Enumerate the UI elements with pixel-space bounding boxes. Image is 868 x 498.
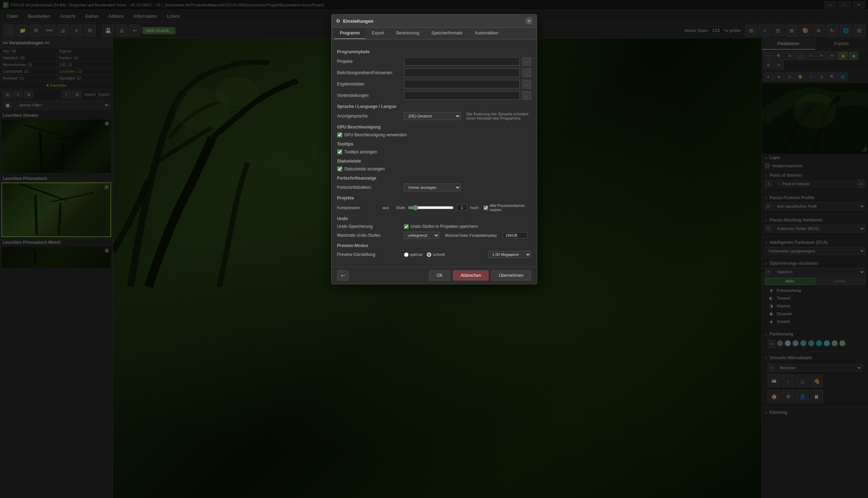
tooltips-label: Tooltips anzeigen bbox=[344, 149, 377, 154]
programmpfade-title: Programmpfade bbox=[337, 49, 531, 54]
undo-row: Undo-Speicherung Undo-Stufen in Projekte… bbox=[337, 224, 531, 229]
modal-dialog: ⚙ Einstellungen ✕ Programm Export Berech… bbox=[331, 14, 537, 284]
form-row-sprache: Anzeigesprache (DE) Deutsch Die Änderung… bbox=[337, 112, 531, 120]
undo-max-label: Maximale Undo-Stufen bbox=[337, 233, 401, 238]
belichtung-dots-btn[interactable]: ... bbox=[523, 69, 531, 77]
preview-section-title: Preview-Modus bbox=[337, 243, 531, 248]
comp-aus-label: aus bbox=[383, 206, 393, 210]
statusleiste-checkbox[interactable] bbox=[337, 166, 342, 171]
modal-titlebar: ⚙ Einstellungen ✕ bbox=[332, 15, 537, 28]
comp-stufe-label: Stufe bbox=[396, 206, 405, 210]
comp-cores: Alle Prozessorkerne nutzen bbox=[484, 203, 531, 212]
undo-checkbox[interactable] bbox=[404, 224, 409, 229]
kompression-label: Kompression bbox=[337, 206, 380, 210]
preview-optimal-radio[interactable] bbox=[404, 252, 409, 257]
form-row-ergebnis: Ergebnisbilder ... bbox=[337, 80, 531, 88]
apply-button[interactable]: Übernehmen bbox=[491, 270, 531, 280]
statusleiste-title: Statusleiste bbox=[337, 159, 531, 164]
form-row-projekte: Projekte ... bbox=[337, 57, 531, 66]
compression-row: Kompression aus Stufe hoch Alle Prozesso… bbox=[337, 203, 531, 212]
preview-schnell-label[interactable]: schnell bbox=[427, 252, 445, 257]
form-row-tooltips: Tooltips anzeigen bbox=[337, 149, 531, 154]
sprache-label: Anzeigesprache bbox=[337, 114, 401, 119]
modal-tab-automatiken[interactable]: Automatiken bbox=[469, 28, 504, 39]
belichtung-input[interactable] bbox=[404, 69, 520, 77]
form-row-belichtung: Belichtungsreihen/Fotoserien ... bbox=[337, 69, 531, 77]
modal-title: Einstellungen bbox=[343, 18, 523, 24]
sprache-select[interactable]: (DE) Deutsch bbox=[404, 112, 461, 120]
modal-tab-programm[interactable]: Programm bbox=[334, 28, 366, 39]
comp-hoch-label: hoch bbox=[470, 206, 481, 210]
preview-darstellung-label: Preview-Darstellung bbox=[337, 252, 401, 257]
projekte-title: Projekte bbox=[337, 196, 531, 201]
modal-close-button[interactable]: ✕ bbox=[525, 17, 533, 24]
form-row-voreinstellungen: Voreinstellungen ... bbox=[337, 91, 531, 100]
modal-tab-export[interactable]: Export bbox=[366, 28, 390, 39]
sprache-note: Die Änderung der Sprache erfordert einen… bbox=[464, 112, 531, 120]
voreinstellungen-label: Voreinstellungen bbox=[337, 93, 401, 98]
projekte-label: Projekte bbox=[337, 59, 401, 64]
undo-check-label[interactable]: Undo-Stufen in Projekten speichern bbox=[404, 224, 478, 229]
preview-mp-select[interactable]: 1,00 Megapixel bbox=[488, 251, 531, 258]
ergebnis-label: Ergebnisbilder bbox=[337, 82, 401, 87]
undo-max-row: Maximale Undo-Stufen unbegrenzt Minimal … bbox=[337, 232, 531, 239]
ergebnis-dots-btn[interactable]: ... bbox=[523, 80, 531, 88]
cancel-button[interactable]: Abbrechen bbox=[453, 270, 488, 280]
undo-check-span: Undo-Stufen in Projekten speichern bbox=[411, 224, 478, 229]
projekte-dots-btn[interactable]: ... bbox=[523, 57, 531, 66]
modal-overlay: ⚙ Einstellungen ✕ Programm Export Berech… bbox=[0, 0, 868, 498]
statusleiste-check-label[interactable]: Statusleiste anzeigen bbox=[337, 166, 385, 171]
sprache-title: Sprache / Language / Langue bbox=[337, 104, 531, 109]
fortschritt-balken-label: Fortschrittsbalken: bbox=[337, 185, 401, 190]
modal-body: Programmpfade Projekte ... Belichtungsre… bbox=[332, 39, 537, 267]
comp-level-input[interactable] bbox=[457, 204, 467, 211]
tooltips-check-label[interactable]: Tooltips anzeigen bbox=[337, 149, 377, 154]
modal-footer: ↩ OK Abbrechen Übernehmen bbox=[332, 267, 537, 284]
preview-schnell-span: schnell bbox=[433, 252, 445, 257]
voreinstellungen-dots-btn[interactable]: ... bbox=[523, 91, 531, 100]
ergebnis-input[interactable] bbox=[404, 80, 520, 88]
cores-checkbox[interactable] bbox=[484, 206, 488, 210]
preview-schnell-radio[interactable] bbox=[427, 252, 431, 257]
form-row-statusleiste: Statusleiste anzeigen bbox=[337, 166, 531, 171]
ok-button[interactable]: OK bbox=[429, 270, 450, 280]
voreinstellungen-input[interactable] bbox=[404, 91, 520, 100]
gpu-title: GPU Beschleunigung bbox=[337, 125, 531, 130]
gpu-checkbox[interactable] bbox=[337, 132, 342, 137]
cores-label: Alle Prozessorkerne nutzen bbox=[490, 203, 531, 212]
comp-slider[interactable] bbox=[408, 205, 454, 210]
statusleiste-label: Statusleiste anzeigen bbox=[344, 166, 385, 171]
preview-optimal-label[interactable]: optimal bbox=[404, 252, 422, 257]
undo-disk-label: Minimal freier Festplattenplatz bbox=[445, 233, 497, 237]
undo-disk-input[interactable] bbox=[503, 232, 528, 239]
preview-radio-group: optimal schnell bbox=[404, 252, 445, 257]
gpu-label: GPU Beschleunigung verwenden bbox=[344, 132, 407, 137]
modal-undo-btn[interactable]: ↩ bbox=[337, 270, 349, 280]
form-row-gpu: GPU Beschleunigung verwenden bbox=[337, 132, 531, 137]
fortschritt-title: Fortschrittsanzeige bbox=[337, 176, 531, 181]
form-row-fortschritt: Fortschrittsbalken: Immer anzeigen bbox=[337, 184, 531, 191]
projekte-input[interactable] bbox=[404, 57, 520, 66]
preview-optimal-span: optimal bbox=[410, 252, 422, 257]
gpu-check-label[interactable]: GPU Beschleunigung verwenden bbox=[337, 132, 407, 137]
undo-section-title: Undo bbox=[337, 216, 531, 221]
tooltips-checkbox[interactable] bbox=[337, 149, 342, 154]
belichtung-label: Belichtungsreihen/Fotoserien bbox=[337, 70, 401, 75]
undo-max-select[interactable]: unbegrenzt bbox=[404, 232, 440, 239]
preview-row: Preview-Darstellung optimal schnell 1,00… bbox=[337, 251, 531, 258]
modal-tab-berechnung[interactable]: Berechnung bbox=[391, 28, 425, 39]
undo-speicherung-label: Undo-Speicherung bbox=[337, 224, 401, 229]
modal-tabs: Programm Export Berechnung Speicherforma… bbox=[332, 28, 537, 39]
fortschritt-select[interactable]: Immer anzeigen bbox=[404, 184, 461, 191]
modal-icon: ⚙ bbox=[336, 18, 340, 24]
tooltips-title: Tooltips bbox=[337, 142, 531, 147]
modal-tab-speicherformate[interactable]: Speicherformate bbox=[426, 28, 468, 39]
